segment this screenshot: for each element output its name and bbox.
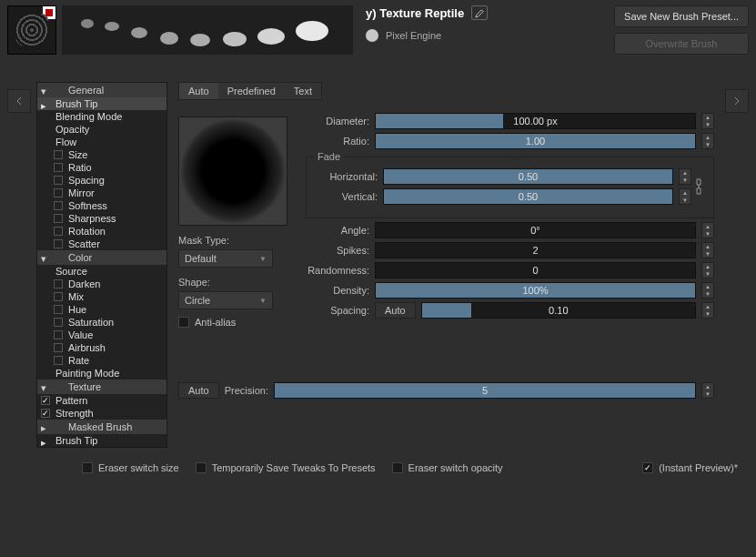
randomness-slider[interactable]: 0 xyxy=(375,262,696,278)
tab-auto[interactable]: Auto xyxy=(179,83,218,99)
sidebar-item-hue[interactable]: Hue xyxy=(37,303,166,316)
antialias-checkbox[interactable] xyxy=(178,317,189,328)
fade-h-slider[interactable]: 0.50 xyxy=(383,168,673,185)
sidebar-item-airbrush[interactable]: Airbrush xyxy=(37,341,166,354)
instant-preview-label: (Instant Preview)* xyxy=(659,462,738,473)
temp-save-checkbox[interactable] xyxy=(196,462,207,473)
svg-point-3 xyxy=(160,32,178,45)
sidebar-item-label: Mix xyxy=(68,291,84,302)
fade-v-spinner[interactable]: ▲▼ xyxy=(679,188,691,205)
sidebar-item-painting-mode[interactable]: Painting Mode xyxy=(37,367,166,380)
slider-value: 1.00 xyxy=(526,136,545,147)
spikes-spinner[interactable]: ▲▼ xyxy=(701,242,714,258)
angle-slider[interactable]: 0° xyxy=(375,222,696,238)
density-spinner[interactable]: ▲▼ xyxy=(701,282,714,299)
sidebar-item-rate[interactable]: Rate xyxy=(37,354,166,367)
sidebar-item-label: Blending Mode xyxy=(55,111,122,122)
sidebar-item-sharpness[interactable]: Sharpness xyxy=(37,212,166,225)
sidebar-item-scatter[interactable]: Scatter xyxy=(37,238,166,250)
sidebar-item-brush-tip-2[interactable]: ▸Brush Tip xyxy=(37,434,166,447)
engine-label: Pixel Engine xyxy=(386,30,441,41)
sidebar-item-mirror[interactable]: Mirror xyxy=(37,187,166,199)
chevron-left-icon xyxy=(15,96,23,106)
fade-v-label: Vertical: xyxy=(314,191,378,202)
sidebar-item-label: Darken xyxy=(68,278,100,289)
sidebar-item-label: Mirror xyxy=(68,187,95,198)
eraser-opacity-checkbox[interactable] xyxy=(392,462,403,473)
ratio-slider[interactable]: 1.00 xyxy=(375,133,696,149)
svg-point-5 xyxy=(223,32,247,46)
combo-value: Circle xyxy=(185,295,210,306)
brush-stroke-preview xyxy=(62,5,353,55)
sidebar-item-source[interactable]: Source xyxy=(37,265,166,278)
link-icon xyxy=(694,177,703,196)
sidebar-item-flow[interactable]: Flow xyxy=(37,136,166,148)
slider-value: 0.50 xyxy=(519,191,538,202)
brush-thumbnail[interactable] xyxy=(7,5,56,55)
diameter-slider[interactable]: 100.00 px xyxy=(375,113,696,129)
pencil-icon xyxy=(475,8,485,18)
sidebar-item-label: Texture xyxy=(68,381,101,392)
sidebar-item-darken[interactable]: Darken xyxy=(37,278,166,290)
category-texture[interactable]: ▾Texture xyxy=(37,380,166,394)
category-masked-brush[interactable]: ▸Masked Brush xyxy=(37,420,166,434)
category-color[interactable]: ▾Color xyxy=(37,250,166,265)
spacing-slider[interactable]: 0.10 xyxy=(421,302,696,319)
precision-slider[interactable]: 5 xyxy=(274,382,696,399)
angle-spinner[interactable]: ▲▼ xyxy=(701,222,714,238)
density-label: Density: xyxy=(306,285,369,296)
overwrite-brush-button[interactable]: Overwrite Brush xyxy=(614,33,749,55)
next-preset-button[interactable] xyxy=(725,89,749,113)
eraser-size-checkbox[interactable] xyxy=(82,462,93,473)
shape-select[interactable]: Circle▼ xyxy=(178,291,273,309)
chevron-right-icon xyxy=(733,96,741,106)
sidebar-item-pattern[interactable]: ✓Pattern xyxy=(37,394,166,407)
rename-button[interactable] xyxy=(471,5,488,20)
tab-predefined[interactable]: Predefined xyxy=(218,83,285,99)
sidebar-item-softness[interactable]: Softness xyxy=(37,199,166,212)
randomness-spinner[interactable]: ▲▼ xyxy=(701,262,714,278)
sidebar-item-strength[interactable]: ✓Strength xyxy=(37,407,166,420)
mask-type-select[interactable]: Default▼ xyxy=(178,249,273,268)
svg-point-6 xyxy=(257,28,285,45)
sidebar-item-opacity[interactable]: Opacity xyxy=(37,123,166,136)
spacing-auto-button[interactable]: Auto xyxy=(375,302,416,319)
spikes-slider[interactable]: 2 xyxy=(375,242,696,258)
sidebar-item-label: Value xyxy=(68,329,93,340)
sidebar-item-saturation[interactable]: Saturation xyxy=(37,316,166,329)
tip-tabs: Auto Predefined Text xyxy=(178,82,322,100)
sidebar-item-label: Hue xyxy=(68,304,86,315)
fade-h-spinner[interactable]: ▲▼ xyxy=(679,168,691,185)
sidebar-item-label: Size xyxy=(68,149,87,160)
sidebar-item-rotation[interactable]: Rotation xyxy=(37,225,166,238)
fade-v-slider[interactable]: 0.50 xyxy=(383,188,673,205)
sidebar-item-brush-tip[interactable]: ▸Brush Tip xyxy=(37,97,166,110)
save-preset-button[interactable]: Save New Brush Preset... xyxy=(614,5,749,27)
sidebar-item-size[interactable]: Size xyxy=(37,148,166,161)
precision-auto-button[interactable]: Auto xyxy=(178,382,219,399)
prev-preset-button[interactable] xyxy=(7,89,31,113)
sidebar-item-label: Masked Brush xyxy=(68,421,132,432)
diameter-spinner[interactable]: ▲▼ xyxy=(701,113,714,129)
slider-value: 0° xyxy=(530,225,540,236)
ratio-spinner[interactable]: ▲▼ xyxy=(701,133,714,149)
sidebar-scroll[interactable]: ▾General ▸Brush Tip Blending Mode Opacit… xyxy=(37,83,166,447)
precision-spinner[interactable]: ▲▼ xyxy=(701,382,714,399)
sidebar-item-value[interactable]: Value xyxy=(37,329,166,341)
sidebar-item-label: Flow xyxy=(55,137,76,147)
mask-type-label: Mask Type: xyxy=(178,235,306,246)
diameter-label: Diameter: xyxy=(306,116,369,127)
sidebar-item-blending-mode[interactable]: Blending Mode xyxy=(37,110,166,123)
fade-link-toggle[interactable] xyxy=(691,168,706,205)
instant-preview-checkbox[interactable]: ✓ xyxy=(642,462,653,473)
sidebar-item-mix[interactable]: Mix xyxy=(37,290,166,303)
svg-point-1 xyxy=(105,22,119,31)
slider-value: 100% xyxy=(522,285,548,296)
slider-value: 2 xyxy=(532,245,538,256)
category-general[interactable]: ▾General xyxy=(37,83,166,97)
sidebar-item-spacing[interactable]: Spacing xyxy=(37,174,166,187)
density-slider[interactable]: 100% xyxy=(375,282,696,299)
tab-text[interactable]: Text xyxy=(285,83,321,99)
spacing-spinner[interactable]: ▲▼ xyxy=(701,302,714,319)
sidebar-item-ratio[interactable]: Ratio xyxy=(37,161,166,174)
